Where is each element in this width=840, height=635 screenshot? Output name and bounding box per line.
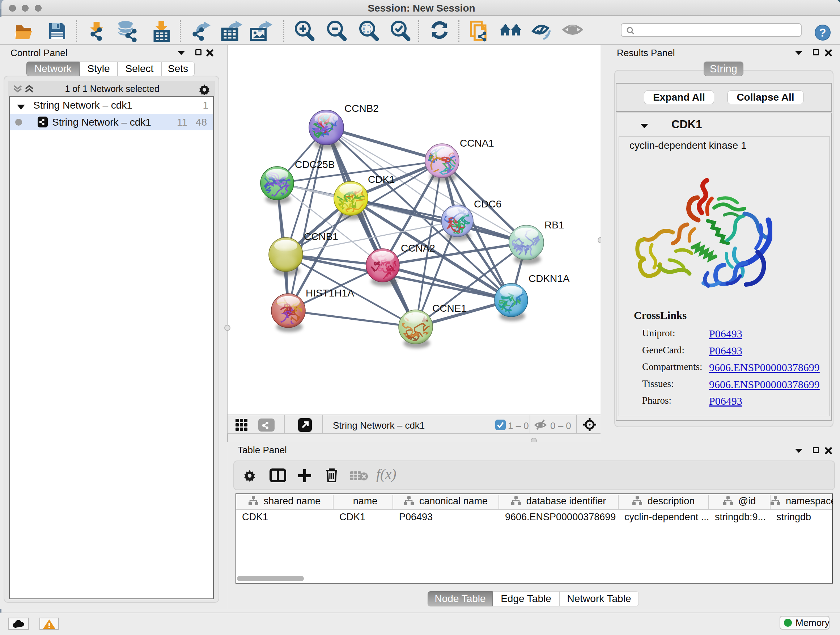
svg-text:CCNB1: CCNB1 [304,231,338,242]
svg-text:CDC25B: CDC25B [295,159,335,170]
svg-text:HIST1H1A: HIST1H1A [306,287,354,299]
svg-text:RB1: RB1 [545,219,564,231]
svg-text:CDK1: CDK1 [368,174,395,185]
svg-text:CCNA1: CCNA1 [460,138,494,149]
svg-text:CDKN1A: CDKN1A [529,273,570,284]
svg-text:CCNE1: CCNE1 [432,302,467,314]
svg-text:CCNA2: CCNA2 [401,242,435,254]
svg-text:CCNB2: CCNB2 [344,103,379,114]
svg-text:CDC6: CDC6 [474,198,501,210]
